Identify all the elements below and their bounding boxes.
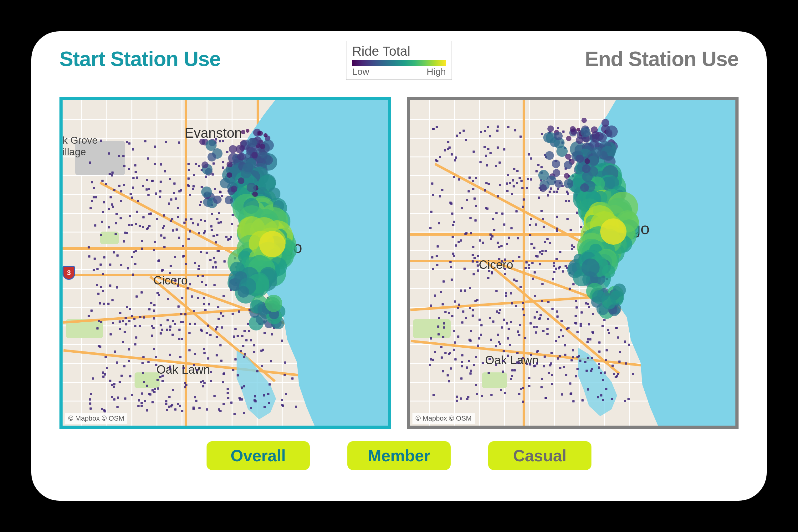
- legend-high-label: High: [426, 66, 446, 77]
- dashboard-card: Start Station Use Ride Total Low High En…: [31, 31, 767, 501]
- legend-box: Ride Total Low High: [346, 41, 452, 80]
- data-bubbles-start: [62, 100, 388, 425]
- legend-low-label: Low: [352, 66, 369, 77]
- legend-labels: Low High: [352, 66, 446, 77]
- filter-overall-button[interactable]: Overall: [207, 441, 310, 470]
- filter-buttons-row: Overall Member Casual: [59, 441, 739, 470]
- title-end-station: End Station Use: [585, 47, 739, 71]
- data-bubbles-end: [410, 100, 736, 425]
- filter-casual-button[interactable]: Casual: [488, 441, 591, 470]
- map-attribution: © Mapbox © OSM: [65, 413, 127, 424]
- map-attribution: © Mapbox © OSM: [413, 413, 475, 424]
- header-row: Start Station Use Ride Total Low High En…: [59, 47, 739, 91]
- map-start-station[interactable]: 3 Evanston Chicago Cicero Oak Lawn k Gro…: [59, 97, 391, 429]
- map-canvas-right[interactable]: Chicago Cicero Oak Lawn © Mapbox © OSM: [410, 100, 736, 425]
- maps-row: 3 Evanston Chicago Cicero Oak Lawn k Gro…: [59, 97, 739, 429]
- map-canvas-left[interactable]: 3 Evanston Chicago Cicero Oak Lawn k Gro…: [62, 100, 388, 425]
- title-start-station: Start Station Use: [59, 47, 221, 71]
- legend-gradient-bar: [352, 60, 446, 66]
- map-end-station[interactable]: Chicago Cicero Oak Lawn © Mapbox © OSM: [407, 97, 739, 429]
- legend-title: Ride Total: [352, 44, 446, 59]
- filter-member-button[interactable]: Member: [347, 441, 451, 470]
